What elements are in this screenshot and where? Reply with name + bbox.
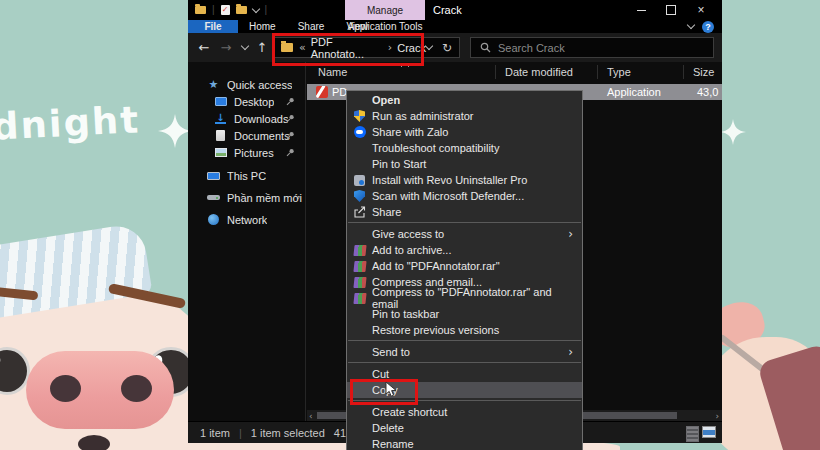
column-divider[interactable]	[495, 65, 496, 79]
sidebar-item-network[interactable]: Network	[188, 211, 305, 228]
menu-item-add-to-rar[interactable]: Add to "PDFAnnotator.rar"	[347, 258, 582, 274]
sidebar-item-downloads[interactable]: ↓ Downloads	[188, 110, 305, 127]
status-divider: |	[239, 427, 242, 439]
menu-item-share[interactable]: Share	[347, 204, 582, 220]
pin-icon	[286, 97, 295, 106]
search-placeholder: Search Crack	[498, 42, 565, 54]
properties-icon[interactable]: ✓	[221, 5, 230, 15]
column-name[interactable]: Name	[318, 66, 347, 78]
share-icon	[354, 206, 366, 218]
sidebar-item-pictures[interactable]: Pictures	[188, 144, 305, 161]
documents-icon	[216, 130, 225, 141]
tab-home[interactable]: Home	[238, 20, 287, 33]
menu-item-pin-to-taskbar[interactable]: Pin to taskbar	[347, 306, 582, 322]
sidebar-item-quick-access[interactable]: ★ Quick access	[188, 76, 305, 93]
address-dropdown-icon[interactable]	[425, 42, 433, 50]
pin-icon	[286, 148, 295, 157]
menu-item-share-with-zalo[interactable]: Share with Zalo	[347, 124, 582, 140]
menu-item-delete[interactable]: Delete	[347, 420, 582, 436]
mouse-cursor	[385, 381, 397, 398]
search-icon	[480, 42, 491, 53]
column-divider[interactable]	[683, 65, 684, 79]
back-button[interactable]: ←	[196, 33, 212, 62]
menu-item-create-shortcut[interactable]: Create shortcut	[347, 404, 582, 420]
winrar-icon	[353, 245, 366, 256]
navigation-bar: ← → ↑ « PDF Annotato... › Crack ↻ Search…	[188, 33, 722, 63]
drive-icon	[207, 195, 220, 200]
submenu-arrow-icon: ›	[568, 226, 573, 242]
refresh-icon[interactable]: ↻	[442, 41, 452, 55]
help-icon[interactable]: ?	[702, 21, 714, 33]
menu-item-open[interactable]: Open	[347, 92, 582, 108]
new-folder-icon[interactable]	[236, 6, 247, 14]
menu-separator	[348, 340, 581, 341]
revo-uninstaller-icon	[354, 175, 365, 186]
maximize-icon	[666, 5, 676, 15]
zalo-icon	[354, 126, 366, 138]
navigation-pane: ★ Quick access Desktop ↓ Downloads Docum…	[188, 62, 306, 421]
large-icons-view-button[interactable]	[702, 426, 716, 438]
annotation-box-address-bar	[272, 33, 424, 66]
folder-icon[interactable]	[195, 6, 206, 14]
sidebar-item-drive[interactable]: Phần mềm mới ITDOI	[188, 189, 305, 206]
forward-button[interactable]: →	[218, 33, 234, 62]
sparkle-icon	[720, 116, 746, 148]
chevron-down-icon[interactable]	[251, 4, 259, 12]
menu-item-install-with-revo[interactable]: Install with Revo Uninstaller Pro	[347, 172, 582, 188]
tab-share[interactable]: Share	[287, 20, 336, 33]
annotation-box-copy	[350, 379, 418, 405]
details-view-button[interactable]	[686, 426, 699, 442]
menu-item-give-access-to[interactable]: Give access to ›	[347, 226, 582, 242]
pig-nostril-right	[121, 375, 152, 402]
quick-access-toolbar: | ✓ |	[195, 4, 267, 16]
ribbon-tabs: File Home Share View Application Tools ?	[188, 20, 722, 33]
sidebar-item-desktop[interactable]: Desktop	[188, 93, 305, 110]
uac-shield-icon	[354, 110, 365, 122]
menu-item-copy[interactable]: Copy	[347, 382, 582, 398]
status-item-count: 1 item	[200, 427, 230, 439]
tab-application-tools[interactable]: Application Tools	[345, 20, 425, 33]
search-box[interactable]: Search Crack	[470, 37, 714, 58]
context-menu: Open Run as administrator Share with Zal…	[346, 90, 583, 450]
title-bar: | ✓ | Manage Crack ×	[188, 0, 722, 20]
minimize-button[interactable]	[626, 0, 656, 20]
menu-item-run-as-administrator[interactable]: Run as administrator	[347, 108, 582, 124]
close-button[interactable]: ×	[686, 0, 716, 20]
downloads-icon: ↓	[215, 114, 225, 124]
pig-snout	[26, 351, 174, 429]
manage-tab[interactable]: Manage	[345, 0, 425, 20]
menu-item-send-to[interactable]: Send to ›	[347, 344, 582, 360]
column-date-modified[interactable]: Date modified	[505, 66, 573, 78]
winrar-icon	[353, 261, 366, 272]
sidebar-item-this-pc[interactable]: This PC	[188, 167, 305, 184]
winrar-icon	[353, 277, 366, 288]
menu-item-rename[interactable]: Rename	[347, 436, 582, 450]
file-size: 43,0	[697, 86, 718, 98]
menu-item-troubleshoot-compatibility[interactable]: Troubleshoot compatibility	[347, 140, 582, 156]
menu-item-add-to-archive[interactable]: Add to archive...	[347, 242, 582, 258]
menu-item-compress-to-rar-and-email[interactable]: Compress to "PDFAnnotator.rar" and email	[347, 290, 582, 306]
up-button[interactable]: ↑	[254, 33, 270, 62]
recent-locations-button[interactable]	[240, 33, 250, 62]
file-name: PD	[332, 86, 347, 98]
column-type[interactable]: Type	[607, 66, 631, 78]
pictures-icon	[215, 148, 227, 157]
menu-item-pin-to-start[interactable]: Pin to Start	[347, 156, 582, 172]
scroll-right-icon[interactable]: ›	[715, 410, 719, 421]
window-controls: ×	[626, 0, 716, 20]
quick-access-star-icon: ★	[209, 79, 219, 91]
menu-separator	[348, 362, 581, 363]
column-divider[interactable]	[597, 65, 598, 79]
this-pc-icon	[207, 172, 220, 180]
tab-file[interactable]: File	[188, 20, 238, 33]
menu-item-restore-previous-versions[interactable]: Restore previous versions	[347, 322, 582, 338]
scroll-left-icon[interactable]: ‹	[309, 410, 313, 421]
window-title: Crack	[433, 0, 462, 20]
wallpaper-pig-face	[0, 245, 205, 450]
submenu-arrow-icon: ›	[568, 344, 573, 360]
column-size[interactable]: Size	[693, 66, 714, 78]
maximize-button[interactable]	[656, 0, 686, 20]
menu-item-scan-with-defender[interactable]: Scan with Microsoft Defender...	[347, 188, 582, 204]
expand-ribbon-icon[interactable]	[687, 21, 695, 29]
sidebar-item-documents[interactable]: Documents	[188, 127, 305, 144]
